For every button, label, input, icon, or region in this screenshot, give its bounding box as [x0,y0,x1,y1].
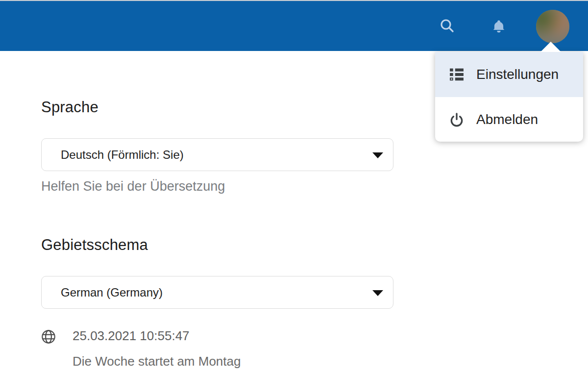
bell-icon [491,19,507,36]
avatar-photo [536,10,569,43]
current-datetime: 25.03.2021 10:55:47 [73,328,241,344]
menu-item-logout[interactable]: Abmelden [435,97,583,142]
locale-select-value: German (Germany) [61,286,163,299]
power-icon [449,112,465,127]
menu-caret-icon [540,42,561,52]
locale-info: 25.03.2021 10:55:47 Die Woche startet am… [41,328,588,369]
settings-list-icon [449,67,465,82]
locale-section: Gebietsschema German (Germany) 25.03.202… [41,236,588,369]
language-select-value: Deutsch (Förmlich: Sie) [61,148,184,162]
app-header [0,1,588,51]
language-select[interactable]: Deutsch (Förmlich: Sie) [41,138,393,171]
user-menu: Einstellungen Abmelden [435,52,583,142]
locale-heading: Gebietsschema [41,236,588,254]
search-icon [439,17,456,36]
translation-help-link[interactable]: Helfen Sie bei der Übersetzung [41,179,225,194]
notifications-button[interactable] [488,16,510,38]
menu-item-label: Abmelden [476,112,538,127]
locale-select[interactable]: German (Germany) [41,276,393,309]
locale-text: 25.03.2021 10:55:47 Die Woche startet am… [73,328,241,369]
user-avatar-button[interactable] [536,10,569,43]
window-top-edge [0,0,588,1]
caret-down-icon [372,290,383,296]
week-start-note: Die Woche startet am Montag [73,354,241,369]
caret-down-icon [372,152,383,158]
globe-icon [41,329,56,344]
menu-item-settings[interactable]: Einstellungen [435,52,583,97]
search-button[interactable] [436,15,459,38]
menu-item-label: Einstellungen [476,67,559,82]
